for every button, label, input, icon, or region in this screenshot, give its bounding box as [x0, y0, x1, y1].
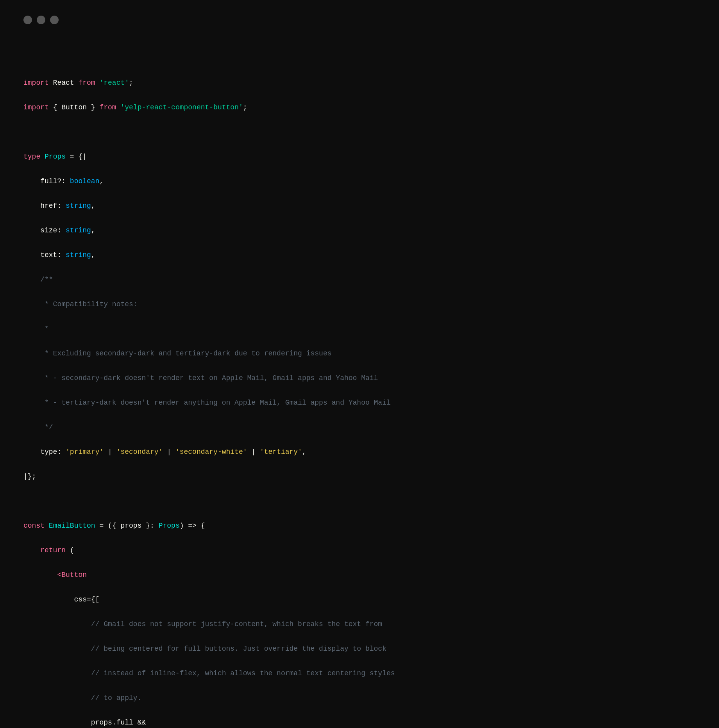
code-line: size: string,: [23, 225, 696, 237]
code-line: * - secondary-dark doesn't render text o…: [23, 372, 696, 385]
code-line: css={[: [23, 594, 696, 606]
code-line: href: string,: [23, 200, 696, 212]
code-line: import { Button } from 'yelp-react-compo…: [23, 102, 696, 114]
close-button[interactable]: [23, 16, 32, 24]
code-line: text: string,: [23, 249, 696, 262]
code-editor: import React from 'react'; import { Butt…: [23, 40, 696, 728]
code-line: [23, 52, 696, 65]
code-line: * Excluding secondary-dark and tertiary-…: [23, 348, 696, 360]
maximize-button[interactable]: [50, 16, 59, 24]
code-line: type Props = {|: [23, 151, 696, 163]
code-line: // to apply.: [23, 692, 696, 705]
code-line: type: 'primary' | 'secondary' | 'seconda…: [23, 446, 696, 459]
code-line: * - tertiary-dark doesn't render anythin…: [23, 397, 696, 409]
code-line: /**: [23, 274, 696, 286]
code-line: const EmailButton = ({ props }: Props) =…: [23, 520, 696, 532]
code-line: */: [23, 421, 696, 434]
code-line: import React from 'react';: [23, 77, 696, 89]
code-line: [23, 126, 696, 139]
code-line: // Gmail does not support justify-conten…: [23, 618, 696, 631]
traffic-lights: [23, 16, 696, 24]
code-line: // instead of inline-flex, which allows …: [23, 667, 696, 680]
code-line: *: [23, 323, 696, 335]
code-line: [23, 495, 696, 508]
code-line: return (: [23, 544, 696, 557]
code-line: * Compatibility notes:: [23, 298, 696, 311]
code-line: |};: [23, 471, 696, 483]
minimize-button[interactable]: [37, 16, 45, 24]
editor-window: import React from 'react'; import { Butt…: [0, 0, 719, 728]
code-line: <Button: [23, 569, 696, 582]
code-line: props.full &&: [23, 717, 696, 728]
code-line: // being centered for full buttons. Just…: [23, 643, 696, 655]
code-line: full?: boolean,: [23, 175, 696, 188]
